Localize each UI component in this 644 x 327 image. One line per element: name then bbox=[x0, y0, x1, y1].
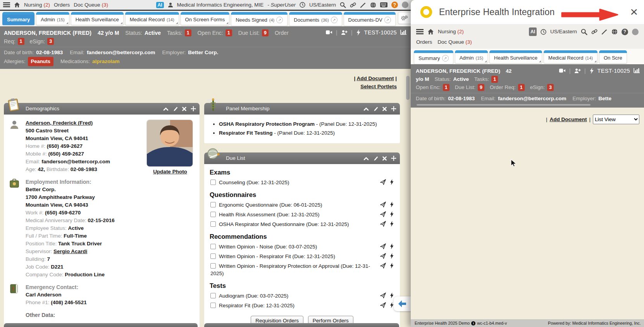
tab-summary[interactable]: Summary bbox=[2, 12, 34, 25]
search-icon[interactable] bbox=[581, 29, 587, 35]
tab-documents[interactable]: Documents(36)↗ bbox=[289, 12, 342, 26]
tasks-badge[interactable]: 1 bbox=[491, 76, 498, 83]
nav-nursing[interactable]: Nursing (2) bbox=[438, 28, 464, 36]
timezone-label[interactable]: US/Eastern bbox=[550, 28, 577, 36]
perform-bolt-icon[interactable] bbox=[390, 179, 394, 185]
send-icon[interactable] bbox=[380, 179, 386, 185]
tab-health-surveillance[interactable]: Health Surveillance bbox=[489, 50, 542, 63]
tab-documents-dv[interactable]: Documents-DV↗ bbox=[344, 12, 396, 26]
close-icon[interactable] bbox=[382, 107, 387, 111]
avatar[interactable] bbox=[402, 2, 408, 8]
video-visit-icon[interactable] bbox=[559, 68, 566, 73]
help-icon[interactable]: ? bbox=[391, 2, 398, 8]
user-name[interactable]: Medical Informatics Engineering, MIE bbox=[177, 2, 264, 8]
nav-orders[interactable]: Orders bbox=[54, 2, 70, 8]
horizontal-scrollbar[interactable] bbox=[417, 104, 591, 106]
nav-nursing[interactable]: Nursing(2) bbox=[24, 2, 50, 8]
collapse-icon[interactable] bbox=[363, 156, 369, 161]
add-document-link[interactable]: Add Document bbox=[356, 75, 394, 81]
external-link-icon[interactable]: ↗ bbox=[442, 55, 449, 62]
checkbox[interactable] bbox=[210, 221, 216, 227]
globe-icon[interactable] bbox=[370, 2, 376, 8]
supervisor-link[interactable]: Sergio Acardi bbox=[53, 248, 87, 254]
close-icon[interactable] bbox=[382, 156, 387, 161]
checkbox[interactable] bbox=[210, 263, 216, 269]
external-link-icon[interactable]: ↗ bbox=[331, 17, 337, 23]
add-person-icon[interactable] bbox=[574, 68, 581, 74]
update-photo-link[interactable]: Update Photo bbox=[153, 169, 187, 175]
quick-action-bolt-icon[interactable] bbox=[589, 68, 594, 74]
collapse-icon[interactable] bbox=[163, 107, 169, 111]
nav-orders[interactable]: Orders bbox=[416, 38, 432, 46]
move-icon[interactable] bbox=[391, 106, 396, 111]
external-link-icon[interactable]: ↗ bbox=[384, 17, 391, 23]
edit-icon[interactable] bbox=[373, 156, 378, 161]
send-icon[interactable] bbox=[380, 202, 386, 207]
tab-health-surveillance[interactable]: Health Surveillance bbox=[71, 12, 124, 25]
perform-bolt-icon[interactable] bbox=[390, 202, 394, 207]
chart-stats-icon[interactable] bbox=[400, 29, 407, 35]
tab-settings-button[interactable] bbox=[398, 12, 412, 24]
ai-badge[interactable]: AI bbox=[529, 27, 537, 36]
due-list-badge[interactable]: 9 bbox=[478, 84, 484, 91]
tab-medical-record[interactable]: Medical Record(14) bbox=[125, 12, 179, 25]
avatar[interactable] bbox=[632, 29, 639, 35]
order-req-badge[interactable]: 1 bbox=[518, 84, 525, 91]
add-document-link[interactable]: Add Document bbox=[549, 116, 587, 122]
checkbox[interactable] bbox=[210, 303, 216, 308]
add-person-icon[interactable] bbox=[341, 30, 348, 35]
send-icon[interactable] bbox=[380, 263, 386, 269]
home-icon[interactable] bbox=[14, 2, 20, 8]
ai-badge[interactable]: AI bbox=[156, 2, 164, 8]
send-icon[interactable] bbox=[380, 293, 386, 298]
info-icon[interactable]: i bbox=[471, 321, 475, 325]
menu-icon[interactable] bbox=[416, 29, 424, 34]
perform-bolt-icon[interactable] bbox=[390, 302, 394, 308]
checkbox[interactable] bbox=[210, 202, 216, 207]
collapse-panel-button[interactable] bbox=[394, 296, 411, 311]
perform-bolt-icon[interactable] bbox=[390, 221, 394, 227]
send-icon[interactable] bbox=[380, 211, 386, 217]
help-icon[interactable]: ? bbox=[622, 29, 628, 35]
tab-admin[interactable]: Admin(15) bbox=[36, 12, 69, 25]
checkbox[interactable] bbox=[210, 253, 216, 259]
edit-icon[interactable] bbox=[373, 106, 378, 111]
open-enc-badge[interactable]: 1 bbox=[443, 84, 449, 91]
tab-summary[interactable]: Summary↗ bbox=[414, 50, 453, 64]
view-mode-select[interactable]: List View bbox=[593, 115, 639, 124]
select-portlets-link[interactable]: Select Portlets bbox=[360, 84, 397, 89]
nav-doc-queue[interactable]: Doc Queue(3) bbox=[74, 2, 108, 8]
chart-id[interactable]: TEST-10025 bbox=[598, 68, 630, 74]
tab-medical-record[interactable]: Medical Record(14) bbox=[544, 50, 598, 63]
video-visit-icon[interactable] bbox=[326, 30, 332, 35]
medication-value[interactable]: alprazolam bbox=[92, 57, 120, 66]
wand-icon[interactable] bbox=[601, 29, 608, 35]
keyboard-icon[interactable] bbox=[380, 2, 387, 7]
globe-icon[interactable] bbox=[611, 29, 618, 35]
allergy-badge[interactable]: Peanuts bbox=[28, 57, 54, 66]
tab-needs-signed[interactable]: Needs Signed(4)↗ bbox=[231, 12, 288, 26]
close-icon[interactable] bbox=[182, 107, 186, 111]
patient-name[interactable]: ANDERSON, FREDERICK (FRED) bbox=[4, 29, 91, 37]
collapse-icon[interactable] bbox=[363, 107, 369, 111]
close-panel-icon[interactable]: × bbox=[630, 3, 638, 20]
menu-icon[interactable] bbox=[3, 2, 10, 7]
nav-doc-queue[interactable]: Doc Queue (3) bbox=[437, 38, 472, 46]
perform-bolt-icon[interactable] bbox=[390, 243, 394, 249]
send-icon[interactable] bbox=[380, 243, 386, 249]
checkbox[interactable] bbox=[210, 180, 216, 185]
checkbox[interactable] bbox=[210, 212, 216, 217]
checkbox[interactable] bbox=[210, 244, 216, 249]
move-icon[interactable] bbox=[391, 156, 396, 161]
checkbox[interactable] bbox=[210, 293, 216, 298]
chart-stats-icon[interactable] bbox=[634, 68, 640, 74]
patient-name[interactable]: ANDERSON, FREDERICK (FRED) bbox=[416, 67, 500, 75]
esign-badge[interactable]: 3 bbox=[547, 84, 554, 91]
tab-admin[interactable]: Admin(15) bbox=[455, 50, 488, 63]
open-enc-badge[interactable]: 1 bbox=[226, 29, 232, 36]
home-icon[interactable] bbox=[427, 29, 434, 35]
quick-action-bolt-icon[interactable] bbox=[356, 29, 361, 36]
link-icon[interactable] bbox=[350, 2, 356, 8]
timezone-label[interactable]: US/Eastern bbox=[309, 2, 336, 8]
tasks-badge[interactable]: 1 bbox=[185, 29, 191, 36]
